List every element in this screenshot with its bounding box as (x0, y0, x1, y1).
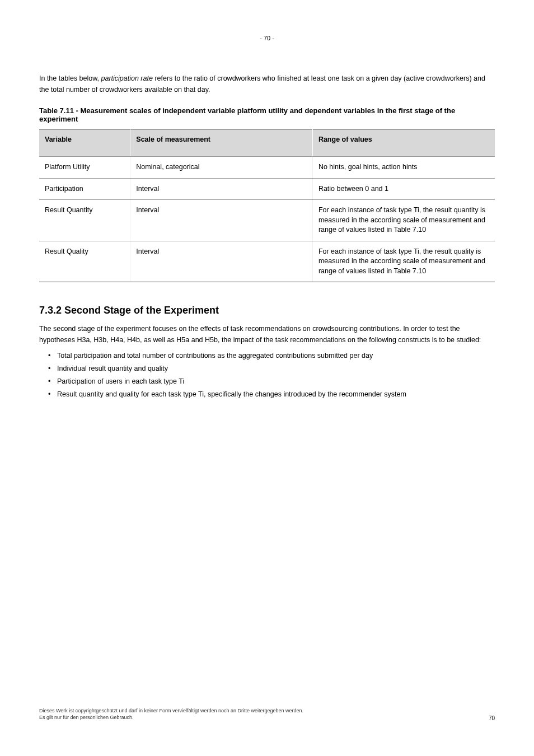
table-cell: Interval (130, 178, 313, 200)
table-header: Scale of measurement (130, 129, 313, 157)
table-row: Participation Interval Ratio between 0 a… (39, 178, 495, 200)
measurement-table: Variable Scale of measurement Range of v… (39, 129, 495, 282)
list-item: Total participation and total number of … (57, 350, 495, 361)
section-paragraph: The second stage of the experiment focus… (39, 323, 495, 346)
list-item: Result quantity and quality for each tas… (57, 389, 495, 400)
table-header: Range of values (312, 129, 495, 157)
table-cell: For each instance of task type Ti, the r… (312, 241, 495, 282)
footer-page-number: 70 (489, 715, 495, 721)
section-bullet-list: Total participation and total number of … (39, 350, 495, 400)
table-cell: No hints, goal hints, action hints (312, 157, 495, 179)
intro-text-1: In the tables below, (39, 74, 101, 82)
table-cell: Result Quantity (39, 200, 130, 241)
footer-line-2: Es gilt nur für den persönlichen Gebrauc… (39, 714, 303, 721)
table-header-row: Variable Scale of measurement Range of v… (39, 129, 495, 157)
table-cell: Interval (130, 241, 313, 282)
table-cell: Participation (39, 178, 130, 200)
main-content: In the tables below, participation rate … (39, 73, 495, 400)
table-row: Result Quality Interval For each instanc… (39, 241, 495, 282)
section-heading: 7.3.2 Second Stage of the Experiment (39, 305, 495, 316)
intro-paragraph: In the tables below, participation rate … (39, 73, 495, 95)
footer-line-1: Dieses Werk ist copyrightgeschützt und d… (39, 707, 303, 715)
table-cell: Platform Utility (39, 157, 130, 179)
table-caption: Table 7.11 - Measurement scales of indep… (39, 106, 495, 123)
table-cell: Interval (130, 200, 313, 241)
table-header: Variable (39, 129, 130, 157)
section-7-3-2: 7.3.2 Second Stage of the Experiment The… (39, 305, 495, 400)
table-cell: For each instance of task type Ti, the r… (312, 200, 495, 241)
table-row: Platform Utility Nominal, categorical No… (39, 157, 495, 179)
footer-copyright: Dieses Werk ist copyrightgeschützt und d… (39, 707, 303, 721)
intro-emphasis: participation rate (101, 74, 155, 82)
table-cell: Nominal, categorical (130, 157, 313, 179)
list-item: Individual result quantity and quality (57, 363, 495, 374)
page-number-top: - 70 - (260, 35, 274, 41)
table-row: Result Quantity Interval For each instan… (39, 200, 495, 241)
table-cell: Result Quality (39, 241, 130, 282)
table-cell: Ratio between 0 and 1 (312, 178, 495, 200)
list-item: Participation of users in each task type… (57, 376, 495, 387)
